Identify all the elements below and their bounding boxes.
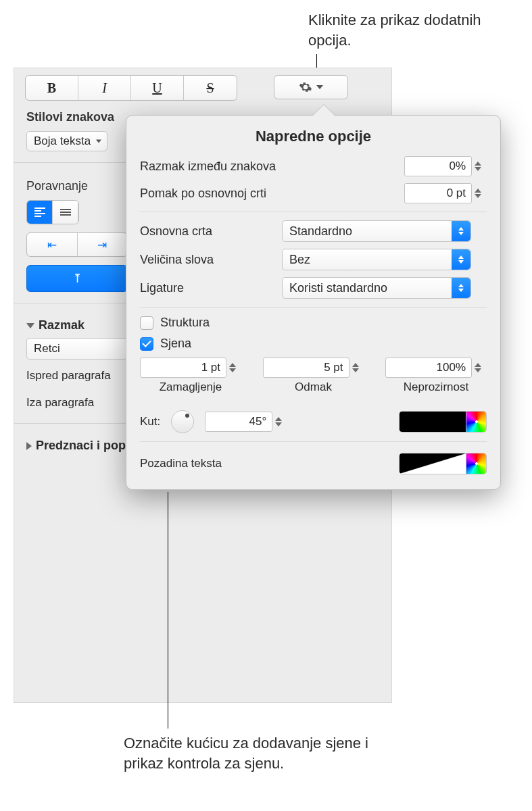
ligatures-select[interactable]: Koristi standardno xyxy=(282,277,471,299)
shadow-blur-stepper[interactable] xyxy=(229,358,241,378)
baseline-shift-label: Pomak po osnovnoj crti xyxy=(140,187,397,201)
color-picker-icon[interactable] xyxy=(466,453,486,474)
underline-button[interactable]: U xyxy=(131,76,184,100)
indent-button[interactable]: ⇥ xyxy=(78,233,128,256)
capitalization-label: Veličina slova xyxy=(140,253,275,267)
bold-button[interactable]: B xyxy=(26,76,78,100)
outline-checkbox[interactable] xyxy=(140,316,153,330)
shadow-angle-stepper[interactable] xyxy=(275,412,287,432)
shadow-opacity-input[interactable]: 100% xyxy=(385,358,472,378)
outdent-icon: ⇤ xyxy=(47,238,57,252)
text-color-select[interactable]: Boja teksta xyxy=(26,131,107,151)
indent-icon: ⇥ xyxy=(97,238,107,252)
divider xyxy=(140,212,487,212)
align-center-button[interactable] xyxy=(53,201,78,224)
shadow-color-well[interactable] xyxy=(399,411,487,433)
alignment-segmented-control xyxy=(26,200,79,224)
shadow-angle-dial[interactable] xyxy=(171,410,194,433)
shadow-opacity-stepper[interactable] xyxy=(475,358,487,378)
vertical-align-button[interactable]: ⤒ xyxy=(26,265,128,292)
baseline-select-value: Standardno xyxy=(289,224,352,239)
triangle-down-icon xyxy=(26,323,34,328)
color-picker-icon[interactable] xyxy=(466,412,486,432)
baseline-shift-stepper[interactable] xyxy=(475,183,487,203)
advanced-options-button[interactable] xyxy=(274,75,348,99)
lines-select-label: Retci xyxy=(34,342,60,355)
outline-checkbox-label: Struktura xyxy=(160,316,210,330)
callout-bottom-text: Označite kućicu za dodavanje sjene i pri… xyxy=(124,733,394,773)
select-arrows-icon xyxy=(452,249,470,270)
select-arrows-icon xyxy=(452,221,470,241)
outdent-button[interactable]: ⇤ xyxy=(27,233,78,256)
baseline-shift-input[interactable]: 0 pt xyxy=(404,183,472,203)
callout-top-text: Kliknite za prikaz dodatnih opcija. xyxy=(308,10,511,50)
lines-select[interactable]: Retci xyxy=(26,338,128,360)
baseline-select[interactable]: Standardno xyxy=(282,220,471,242)
text-background-label: Pozadina teksta xyxy=(140,457,222,470)
shadow-checkbox-label: Sjena xyxy=(160,337,191,351)
align-center-icon xyxy=(60,209,71,216)
style-button-group: B I U S xyxy=(25,75,237,101)
shadow-offset-label: Odmak xyxy=(295,380,332,394)
ligatures-select-value: Koristi standardno xyxy=(289,281,387,295)
shadow-offset-input[interactable]: 5 pt xyxy=(263,358,349,378)
text-background-color-well[interactable] xyxy=(399,453,487,474)
shadow-angle-input[interactable]: 45° xyxy=(205,412,272,432)
text-style-toolbar: B I U S xyxy=(14,68,391,101)
chevron-down-icon xyxy=(316,85,323,89)
select-arrows-icon xyxy=(452,278,470,298)
spacing-label: Razmak xyxy=(39,318,84,333)
shadow-opacity-label: Neprozirnost xyxy=(404,380,468,394)
capitalization-select-value: Bez xyxy=(289,253,310,267)
indent-segmented-control: ⇤ ⇥ xyxy=(26,232,128,257)
advanced-options-popover: Napredne opcije Razmak između znakova 0%… xyxy=(126,115,501,490)
gear-icon xyxy=(299,80,312,94)
shadow-blur-input[interactable]: 1 pt xyxy=(140,358,226,378)
callout-line-bottom xyxy=(168,492,168,729)
bullets-label: Predznaci i popisi xyxy=(36,439,139,453)
popover-title: Napredne opcije xyxy=(140,128,487,145)
text-color-select-label: Boja teksta xyxy=(34,134,91,147)
italic-button[interactable]: I xyxy=(78,76,131,100)
character-spacing-input[interactable]: 0% xyxy=(404,156,472,176)
character-spacing-stepper[interactable] xyxy=(475,156,487,176)
triangle-right-icon xyxy=(26,442,32,450)
vertical-align-top-icon: ⤒ xyxy=(72,271,82,286)
align-left-icon xyxy=(34,207,45,217)
strikethrough-button[interactable]: S xyxy=(184,76,237,100)
text-background-swatch xyxy=(400,453,466,474)
ligatures-label: Ligature xyxy=(140,281,275,295)
divider xyxy=(140,441,487,442)
shadow-offset-stepper[interactable] xyxy=(352,358,364,378)
divider xyxy=(140,307,487,308)
shadow-angle-label: Kut: xyxy=(140,415,160,428)
shadow-checkbox[interactable] xyxy=(140,337,153,351)
shadow-color-swatch xyxy=(400,412,466,432)
shadow-blur-label: Zamagljenje xyxy=(160,380,222,394)
align-left-button[interactable] xyxy=(27,201,53,224)
capitalization-select[interactable]: Bez xyxy=(282,249,471,270)
baseline-label: Osnovna crta xyxy=(140,224,275,239)
character-spacing-label: Razmak između znakova xyxy=(140,159,397,174)
